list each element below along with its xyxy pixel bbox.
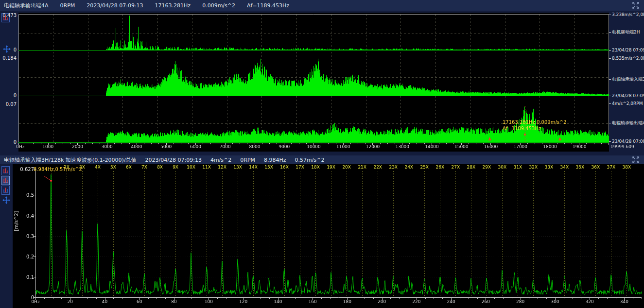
vibration-analysis-app: { "colors":{ "panel_bg":"#131c3b","heade… [0,0,644,308]
right-label-3: 8.535m/s^2,0RPM [609,56,644,61]
harmonic-label-29X: 29X [482,165,491,170]
spectrum-tool-1-icon[interactable] [1,166,10,175]
harmonic-label-30X: 30X [498,165,506,170]
harmonic-label-32X: 32X [529,165,538,170]
harmonic-label-17X: 17X [296,165,304,170]
bottom-y-tick-0.1: 0.1 [18,274,34,280]
harmonic-label-35X: 35X [576,165,585,170]
bottom-y-tick-0.627: 0.627 [18,167,34,172]
bottom-x-tick-260: 260 [482,299,490,304]
top-x-tick-5000: 5000 [160,144,172,149]
harmonic-label-33X: 33X [545,165,554,170]
top-x-tick-10000: 10000 [307,144,321,149]
spectrum-tool-2-icon[interactable] [1,176,10,185]
bottom-marker-freq: 8.984Hz [264,157,286,163]
top-x-tick-7000: 7000 [220,144,231,149]
bottom-x-tick-140: 140 [274,299,282,304]
harmonic-label-4X: 4X [95,165,101,170]
y-max-label-chart3: 0.07 [0,102,17,107]
bottom-x-tick-200: 200 [378,299,386,304]
bottom-x-tick-340: 340 [620,299,628,304]
top-x-tick-18000: 18000 [543,144,557,149]
harmonic-label-36X: 36X [592,165,600,170]
harmonic-label-6X: 6X [126,165,132,170]
bottom-rpm-readout: 0RPM [240,157,255,163]
harmonic-label-12X: 12X [218,165,226,170]
harmonic-label-15X: 15X [264,165,273,170]
harmonic-label-25X: 25X [420,165,429,170]
bottom-marker-amp: 0.57m/s^2 [295,157,325,163]
top-timestamp: 2023/04/28 07:09:13 [87,2,143,9]
right-label-8: 23/04/28 07:09 1 [609,139,644,144]
top-x-tick-12000: 12000 [366,144,380,149]
harmonic-label-10X: 10X [187,165,195,170]
harmonic-label-22X: 22X [373,165,382,170]
harmonic-label-31X: 31X [513,165,522,170]
bottom-x-tick-320: 320 [586,299,594,304]
harmonic-label-23X: 23X [389,165,398,170]
top-cursor-freq: 17163.281Hz [155,2,191,9]
top-cursor-amp: 0.009m/s^2 [202,2,235,9]
bottom-y-tick-0.4: 0.4 [18,213,34,219]
top-x-tick-19000: 19000 [573,144,587,149]
top-x-tick-3000: 3000 [102,144,113,149]
right-label-5: 23/04/28 07:09 1 [609,93,644,98]
harmonic-label-5X: 5X [110,165,116,170]
top-x-tick-1000: 1000 [42,144,53,149]
harmonic-label-7X: 7X [141,165,147,170]
right-label-4: 电辊轴承输入端3H [609,77,644,82]
envelope-spectrum-canvas[interactable] [13,164,644,308]
bottom-y-tick-0.5: 0.5 [18,192,34,198]
bottom-x-tick-180: 180 [343,299,351,304]
top-x-tick-17000: 17000 [513,144,527,149]
y-max-label-chart2: 0.184 [0,55,17,61]
harmonic-label-37X: 37X [607,165,616,170]
x-axis-end-label: 19999.609 [610,144,634,149]
bottom-x-tick-220: 220 [412,299,420,304]
bottom-x-tick-0Hz: 0Hz [31,299,39,304]
harmonic-label-38X: 38X [623,165,631,170]
cursor-annotation-line1: 17163.281Hz,0.009m/s^2 [503,120,567,125]
harmonic-label-26X: 26X [435,165,444,170]
expand-icon[interactable] [632,156,641,165]
bottom-panel-title: 电辊轴承输入端3H/128k 加速度波形(0.1-20000)/总值 [4,156,137,164]
top-rpm-readout: 0RPM [60,2,75,9]
bottom-x-tick-80: 80 [171,299,176,304]
bottom-y-tick-0.2: 0.2 [18,254,34,259]
top-x-tick-9000: 9000 [278,144,290,149]
move-icon[interactable] [2,196,10,204]
right-label-2: 23/04/28 07:09 1 [609,48,644,52]
top-x-tick-11000: 11000 [336,144,350,149]
right-label-6: 4m/s^2,0RPM [609,101,643,106]
right-label-0: 3.238m/s^2,0RPM [609,12,644,17]
bottom-timestamp: 2023/04/28 07:09:13 [145,157,202,163]
harmonic-label-19X: 19X [327,165,335,170]
top-x-tick-16000: 16000 [484,144,498,149]
expand-icon[interactable] [632,1,641,10]
top-x-tick-0Hz: 0Hz [16,144,24,149]
bottom-x-tick-120: 120 [239,299,247,304]
top-panel-title: 电辊轴承输出端4A [4,2,49,9]
harmonic-label-24X: 24X [404,165,413,170]
top-x-tick-2000: 2000 [72,144,83,149]
right-label-1: 电机驱动端2H [609,30,640,34]
bottom-x-tick-60: 60 [137,299,142,304]
harmonic-label-27X: 27X [451,165,460,170]
cursor-annotation-line2: Δf=1189.453Hz [503,126,541,132]
harmonic-label-13X: 13X [233,165,242,170]
bottom-panel-header: 电辊轴承输入端3H/128k 加速度波形(0.1-20000)/总值 2023/… [0,155,644,164]
bottom-x-tick-280: 280 [516,299,524,304]
harmonic-label-20X: 20X [342,165,351,170]
harmonic-label-14X: 14X [249,165,258,170]
top-x-tick-8000: 8000 [249,144,261,149]
right-label-7: 电辊轴承输出端4A [609,120,644,125]
bottom-x-tick-160: 160 [308,299,316,304]
spectrum-tool-3-icon[interactable] [1,186,10,195]
y-zero-label-chart3: 0 [0,139,17,145]
harmonic-label-21X: 21X [358,165,366,170]
bottom-x-tick-100: 100 [205,299,213,304]
y-max-label-chart1: 0.473 [0,13,17,18]
harmonic-label-11X: 11X [202,165,211,170]
top-x-tick-6000: 6000 [190,144,201,149]
bottom-y-tick-0.3: 0.3 [18,234,34,239]
